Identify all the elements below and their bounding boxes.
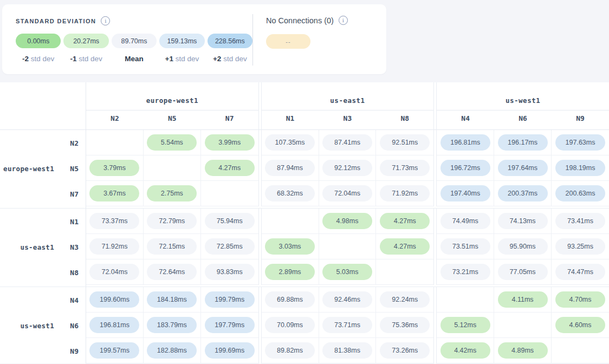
latency-value-chip[interactable]: 2.75ms xyxy=(147,185,197,202)
row-label-cell: N4 xyxy=(0,287,86,313)
latency-value-chip[interactable]: 72.64ms xyxy=(147,264,197,280)
row-label-cell: us-east1N3 xyxy=(0,234,86,259)
latency-value-chip[interactable]: 72.79ms xyxy=(147,213,197,229)
latency-value-chip[interactable]: 200.37ms xyxy=(498,185,548,202)
latency-value-chip[interactable]: 198.19ms xyxy=(555,160,605,176)
legend-stop-label: +2 std dev xyxy=(208,55,252,63)
latency-cell: 3.79ms xyxy=(86,155,144,181)
latency-value-chip[interactable]: 200.63ms xyxy=(555,185,605,202)
latency-value-chip[interactable]: 73.37ms xyxy=(89,213,139,229)
column-node-header: N3 xyxy=(319,110,377,130)
latency-value-chip[interactable]: 92.51ms xyxy=(380,134,430,151)
latency-value-chip[interactable]: 196.17ms xyxy=(498,134,548,151)
latency-cell: 4.42ms xyxy=(437,338,494,363)
latency-value-chip[interactable]: 199.57ms xyxy=(89,342,139,359)
latency-cell: 72.64ms xyxy=(144,259,201,285)
latency-value-chip[interactable]: 196.81ms xyxy=(440,134,490,151)
latency-value-chip[interactable]: 77.05ms xyxy=(498,264,548,280)
latency-value-chip[interactable]: 74.13ms xyxy=(498,213,548,229)
latency-value-chip[interactable]: 4.42ms xyxy=(440,342,490,359)
latency-value-chip[interactable]: 75.36ms xyxy=(380,317,430,333)
latency-value-chip[interactable]: 5.12ms xyxy=(440,317,490,333)
latency-cell xyxy=(376,259,433,285)
latency-value-chip[interactable]: 73.26ms xyxy=(380,342,430,359)
latency-value-chip[interactable]: 75.94ms xyxy=(205,213,255,229)
latency-value-chip[interactable]: 81.38ms xyxy=(322,342,372,359)
latency-value-chip[interactable]: 4.27ms xyxy=(205,160,255,176)
latency-cell: 198.19ms xyxy=(552,155,609,181)
latency-value-chip[interactable]: 197.79ms xyxy=(205,317,255,333)
column-node-header: N8 xyxy=(376,110,433,130)
latency-value-chip[interactable]: 70.09ms xyxy=(265,317,315,333)
legend-chip: 89.70ms xyxy=(112,34,157,48)
latency-value-chip[interactable]: 71.73ms xyxy=(380,160,430,176)
latency-value-chip[interactable]: 3.79ms xyxy=(89,160,139,176)
latency-value-chip[interactable]: 93.25ms xyxy=(555,238,605,255)
latency-value-chip[interactable]: 73.21ms xyxy=(440,264,490,280)
info-icon[interactable]: i xyxy=(101,16,110,25)
latency-value-chip[interactable]: 72.04ms xyxy=(89,264,139,280)
latency-value-chip[interactable]: 3.03ms xyxy=(265,238,315,255)
latency-value-chip[interactable]: 4.11ms xyxy=(498,291,548,308)
latency-cell: 95.90ms xyxy=(494,234,552,259)
latency-value-chip[interactable]: 71.92ms xyxy=(380,185,430,202)
latency-cell: 197.63ms xyxy=(552,130,609,155)
latency-value-chip[interactable]: 92.46ms xyxy=(322,291,372,308)
latency-value-chip[interactable]: 4.27ms xyxy=(380,213,430,229)
latency-cell: 4.89ms xyxy=(494,338,552,363)
row-label-cell: N2 xyxy=(0,130,86,155)
std-dev-chips-row: 0.00ms20.27ms89.70ms159.13ms228.56ms xyxy=(16,34,252,48)
latency-value-chip[interactable]: 93.83ms xyxy=(205,264,255,280)
latency-value-chip[interactable]: 196.81ms xyxy=(89,317,139,333)
latency-value-chip[interactable]: 87.41ms xyxy=(322,134,372,151)
latency-value-chip[interactable]: 95.90ms xyxy=(498,238,548,255)
latency-cell: 4.60ms xyxy=(552,313,609,338)
latency-value-chip[interactable]: 3.67ms xyxy=(89,185,139,202)
legend-stop-label: Mean xyxy=(112,55,157,63)
latency-value-chip[interactable]: 73.41ms xyxy=(555,213,605,229)
latency-value-chip[interactable]: 87.94ms xyxy=(265,160,315,176)
latency-value-chip[interactable]: 2.89ms xyxy=(265,264,315,280)
column-node-header: N7 xyxy=(201,110,258,130)
latency-value-chip[interactable]: 72.15ms xyxy=(147,238,197,255)
latency-value-chip[interactable]: 5.54ms xyxy=(147,134,197,151)
latency-value-chip[interactable]: 4.70ms xyxy=(555,291,605,308)
latency-value-chip[interactable]: 197.63ms xyxy=(555,134,605,151)
latency-value-chip[interactable]: 182.88ms xyxy=(147,342,197,359)
latency-value-chip[interactable]: 184.18ms xyxy=(147,291,197,308)
latency-cell: 72.04ms xyxy=(86,259,144,285)
latency-value-chip[interactable]: 196.72ms xyxy=(440,160,490,176)
latency-value-chip[interactable]: 73.51ms xyxy=(440,238,490,255)
latency-value-chip[interactable]: 4.27ms xyxy=(380,238,430,255)
latency-value-chip[interactable]: 72.85ms xyxy=(205,238,255,255)
latency-value-chip[interactable]: 107.35ms xyxy=(265,134,315,151)
matrix-corner-cell xyxy=(0,82,86,130)
latency-value-chip[interactable]: 4.89ms xyxy=(498,342,548,359)
row-region-label: us-east1 xyxy=(20,243,54,251)
latency-value-chip[interactable]: 199.69ms xyxy=(205,342,255,359)
latency-value-chip[interactable]: 183.79ms xyxy=(147,317,197,333)
latency-value-chip[interactable]: 199.60ms xyxy=(89,291,139,308)
latency-value-chip[interactable]: 74.47ms xyxy=(555,264,605,280)
latency-value-chip[interactable]: 197.40ms xyxy=(440,185,490,202)
latency-cell: 74.49ms xyxy=(437,209,494,234)
latency-value-chip[interactable]: 89.82ms xyxy=(265,342,315,359)
latency-value-chip[interactable]: 5.03ms xyxy=(322,264,372,280)
latency-value-chip[interactable]: 73.71ms xyxy=(322,317,372,333)
latency-value-chip[interactable]: 69.88ms xyxy=(265,291,315,308)
latency-value-chip[interactable]: 4.60ms xyxy=(555,317,605,333)
latency-value-chip[interactable]: 4.98ms xyxy=(322,213,372,229)
latency-cell: 4.70ms xyxy=(552,287,609,313)
latency-value-chip[interactable]: 71.92ms xyxy=(89,238,139,255)
latency-value-chip[interactable]: 197.64ms xyxy=(498,160,548,176)
latency-value-chip[interactable]: 68.32ms xyxy=(265,185,315,202)
latency-value-chip[interactable]: 199.79ms xyxy=(205,291,255,308)
latency-cell: 87.41ms xyxy=(319,130,377,155)
latency-value-chip[interactable]: 3.99ms xyxy=(205,134,255,151)
row-label-cell: N9 xyxy=(0,338,86,363)
latency-value-chip[interactable]: 92.12ms xyxy=(322,160,372,176)
latency-value-chip[interactable]: 72.04ms xyxy=(322,185,372,202)
latency-value-chip[interactable]: 74.49ms xyxy=(440,213,490,229)
latency-value-chip[interactable]: 92.24ms xyxy=(380,291,430,308)
info-icon[interactable]: i xyxy=(339,16,348,25)
